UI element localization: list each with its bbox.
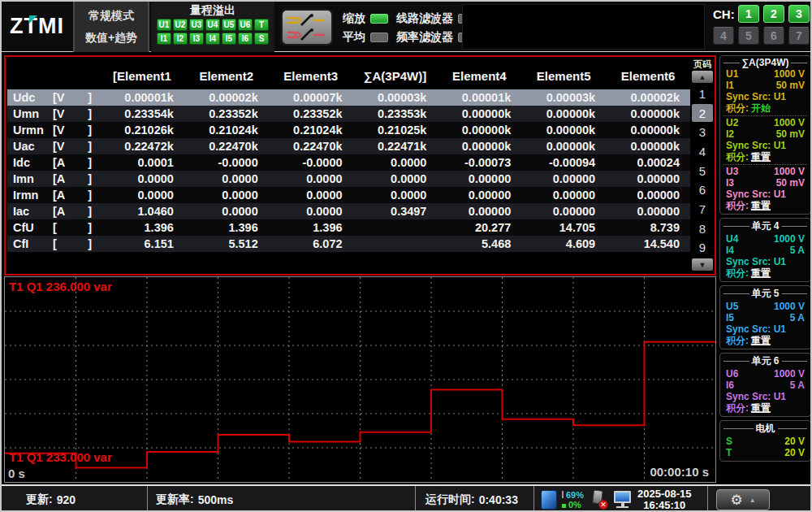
- cell-value: 0.21025k: [353, 124, 438, 137]
- channel-button-5[interactable]: 5: [738, 27, 759, 45]
- page-number-8[interactable]: 8: [692, 219, 713, 238]
- setting-value: 5 A: [790, 380, 805, 391]
- setting-row: I250 mV: [723, 128, 807, 140]
- row-unit: [A]: [51, 205, 100, 218]
- cell-value: 0.0000: [353, 156, 438, 169]
- setting-name: T: [726, 447, 732, 458]
- cell-value: -0.00094: [521, 156, 606, 169]
- setting-value: 1000 V: [774, 117, 805, 128]
- cell-value: 5.468: [437, 237, 521, 250]
- cell-value: 0.00001k: [100, 91, 184, 104]
- page-number-1[interactable]: 1: [692, 85, 713, 103]
- channel-button-3[interactable]: 3: [788, 5, 810, 23]
- cell-value: 0.00000k: [437, 107, 521, 120]
- mode-line1: 常规模式: [89, 9, 134, 24]
- trend-max-label: T1 Q1 236.000 var: [9, 280, 112, 293]
- cell-value: 0.00000: [437, 205, 521, 218]
- table-row-urmn[interactable]: Urmn[V]0.21026k0.21024k0.21024k0.21025k0…: [7, 122, 690, 138]
- page-label: 页码: [692, 59, 713, 69]
- cell-value: 0.0001: [100, 156, 184, 169]
- remote-display-icon: [613, 489, 633, 510]
- row-name: CfI: [7, 237, 51, 250]
- unit-close: ]: [88, 172, 92, 185]
- channel-label: CH:: [713, 7, 734, 21]
- table-row-cfu[interactable]: CfU[]1.3961.3961.39620.27714.7058.739: [7, 219, 690, 236]
- row-name: Iac: [7, 205, 51, 218]
- channel-button-1[interactable]: 1: [738, 5, 759, 23]
- unit-open: [: [53, 221, 57, 234]
- setting-name: U3: [726, 166, 738, 177]
- wiring-settings-button[interactable]: [281, 9, 333, 46]
- sidebar-box-title: ∑A(3P4W): [723, 57, 807, 68]
- unit-close: ]: [88, 140, 92, 153]
- table-row-uac[interactable]: Uac[V]0.22472k0.22470k0.22470k0.22471k0.…: [7, 138, 690, 154]
- sidebar-box-title-text: ∑A(3P4W): [742, 57, 789, 68]
- page-down-button[interactable]: ▼: [692, 258, 713, 271]
- sidebar-box-4[interactable]: 电机S20 VT20 V: [719, 420, 811, 462]
- datetime-display: 2025-08-15 16:45:10: [637, 488, 692, 511]
- page-number-3[interactable]: 3: [692, 123, 713, 141]
- table-row-iac[interactable]: Iac[A]1.04600.00000.00000.34970.000000.0…: [7, 203, 690, 219]
- channel-button-4[interactable]: 4: [713, 27, 734, 45]
- table-row-irmn[interactable]: Irmn[A]0.00000.00000.00000.00000.000000.…: [7, 187, 690, 203]
- settings-menu-button[interactable]: ⚙ ▲: [716, 489, 770, 510]
- page-number-6[interactable]: 6: [692, 180, 713, 199]
- setting-name: U2: [726, 117, 738, 128]
- table-row-udc[interactable]: Udc[V]0.00001k0.00002k0.00007k0.00003k0.…: [7, 89, 690, 106]
- integration-status: 积分:重置: [723, 267, 807, 279]
- cell-value: 6.151: [100, 237, 184, 250]
- unit-close: ]: [88, 237, 92, 250]
- header-bar: ZTMI 常规模式 数值+趋势 量程溢出 U1U2U3U4U5U6T I1I2I…: [2, 2, 810, 52]
- sidebar-box-3[interactable]: 单元 6U61000 VI65 ASync Src: U1积分:重置: [719, 353, 811, 417]
- cell-value: 0.0000: [184, 205, 269, 218]
- table-row-imn[interactable]: Imn[A]0.00000.00000.00000.00000.000000.0…: [7, 171, 690, 187]
- display-mode-button[interactable]: 常规模式 数值+趋势: [73, 2, 149, 52]
- integration-status: 积分:开始: [723, 102, 807, 114]
- overrange-chip-t: T: [254, 19, 269, 31]
- table-row-cfi[interactable]: CfI[]6.1515.5126.0725.4684.60914.540: [7, 236, 690, 252]
- row-unit: [V]: [51, 124, 100, 137]
- column-header: Element5: [521, 69, 606, 83]
- integration-value: 重置: [751, 267, 771, 279]
- sidebar-box-0[interactable]: ∑A(3P4W)U11000 VI150 mVSync Src: U1积分:开始…: [719, 55, 811, 215]
- column-header: Element4: [437, 69, 521, 83]
- page-number-4[interactable]: 4: [692, 142, 713, 161]
- page-number-2[interactable]: 2: [692, 104, 713, 123]
- cell-value: 20.277: [437, 221, 521, 234]
- overrange-panel: 量程溢出 U1U2U3U4U5U6T I1I2I3I4I5I6S: [151, 2, 274, 52]
- channel-button-2[interactable]: 2: [763, 5, 784, 23]
- trend-chart: T1 Q1 236.000 var T1 Q1 233.000 var 0 s …: [4, 276, 716, 483]
- page-number-9[interactable]: 9: [692, 238, 713, 257]
- setting-row: U61000 V: [723, 368, 807, 380]
- overrange-chip-s: S: [254, 33, 269, 45]
- sidebar-box-2[interactable]: 单元 5U51000 VI55 ASync Src: U1积分:重置: [719, 285, 811, 349]
- page-number-5[interactable]: 5: [692, 162, 713, 180]
- filter-indicator: [370, 14, 388, 24]
- cell-value: 0.00007k: [269, 91, 353, 104]
- unit-open: [A: [53, 172, 65, 185]
- column-header: ∑A(3P4W)]: [353, 69, 438, 83]
- trend-min-label: T1 Q1 233.000 var: [9, 450, 112, 464]
- page-number-7[interactable]: 7: [692, 200, 713, 219]
- row-name: CfU: [7, 221, 51, 234]
- channel-button-7[interactable]: 7: [788, 27, 810, 45]
- cell-value: 14.540: [606, 237, 690, 250]
- cell-value: 0.21026k: [100, 124, 184, 137]
- row-unit: [V]: [51, 140, 100, 153]
- setting-row: I65 A: [723, 380, 807, 391]
- table-row-idc[interactable]: Idc[A]0.0001-0.0000-0.00000.0000-0.00073…: [7, 154, 690, 171]
- unit-open: [A: [53, 205, 65, 218]
- wiring-icon: [284, 12, 330, 43]
- integration-status: 积分:重置: [723, 151, 807, 163]
- time-axis-start: 0 s: [8, 466, 25, 480]
- element-group: S20 VT20 V: [723, 436, 807, 458]
- integration-value: 重置: [751, 151, 771, 163]
- cell-value: 0.00000: [606, 172, 690, 185]
- sidebar-box-1[interactable]: 单元 4U41000 VI45 ASync Src: U1积分:重置: [719, 218, 811, 282]
- row-name: Uac: [7, 140, 51, 153]
- table-row-umn[interactable]: Umn[V]0.23354k0.23352k0.23352k0.23353k0.…: [7, 106, 690, 122]
- page-up-button[interactable]: ▲: [692, 71, 713, 83]
- channel-button-6[interactable]: 6: [763, 27, 784, 45]
- setting-name: I4: [726, 245, 734, 256]
- filter-label: 平均: [343, 30, 365, 45]
